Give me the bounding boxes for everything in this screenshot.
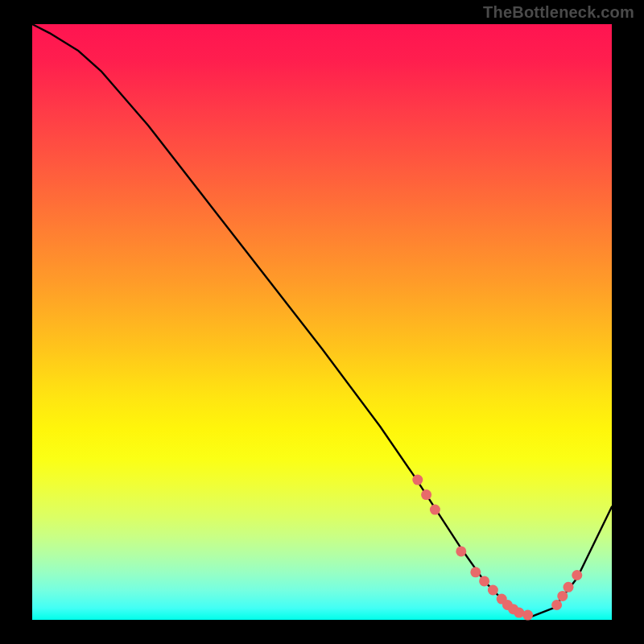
data-point: [412, 475, 423, 485]
chart-svg: [32, 24, 612, 620]
bottleneck-curve: [32, 24, 612, 617]
data-point: [564, 582, 574, 592]
chart-stage: TheBottleneck.com: [0, 0, 644, 644]
data-point: [572, 570, 582, 580]
data-point: [488, 585, 498, 596]
data-point: [430, 505, 440, 515]
data-point: [479, 576, 489, 586]
data-point: [522, 610, 533, 621]
data-point: [456, 546, 466, 556]
plot-area: [32, 24, 612, 620]
data-point: [557, 591, 568, 601]
watermark-text: TheBottleneck.com: [483, 3, 634, 22]
data-point: [470, 567, 481, 577]
data-points: [412, 475, 582, 621]
data-point: [551, 600, 562, 610]
data-point: [421, 489, 431, 500]
